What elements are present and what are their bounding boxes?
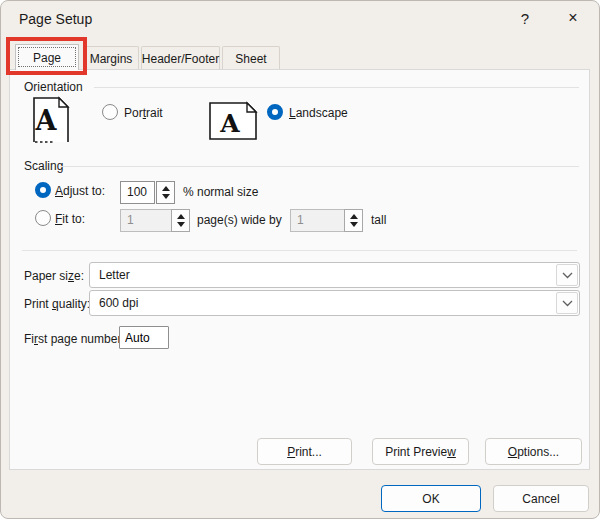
chevron-down-icon — [562, 300, 573, 307]
print-preview-button[interactable]: Print Preview — [372, 438, 469, 465]
cancel-button[interactable]: Cancel — [493, 485, 589, 512]
fit-to-radio[interactable] — [35, 210, 51, 226]
portrait-radio[interactable] — [102, 104, 118, 120]
tab-sheet-label: Sheet — [235, 52, 266, 66]
paper-size-dropdown-button[interactable] — [556, 264, 578, 286]
fit-tall-spinner[interactable] — [344, 209, 363, 232]
spinner-up-icon[interactable] — [177, 214, 185, 219]
tab-page[interactable]: Page — [15, 44, 79, 70]
paper-size-label: Paper size: — [24, 269, 84, 283]
first-page-number-input[interactable] — [119, 326, 169, 349]
print-quality-value: 600 dpi — [99, 296, 138, 310]
orientation-group-line — [94, 87, 579, 88]
adjust-percent-field[interactable]: 100 — [120, 181, 155, 204]
paper-size-combobox[interactable]: Letter — [89, 262, 580, 288]
options-button[interactable]: Options... — [485, 438, 582, 465]
tab-header-footer[interactable]: Header/Footer — [141, 46, 220, 70]
tab-sheet[interactable]: Sheet — [222, 46, 280, 70]
portrait-radio-label[interactable]: Portrait — [124, 106, 163, 120]
landscape-radio[interactable] — [267, 104, 283, 120]
tab-margins-label: Margins — [90, 52, 133, 66]
landscape-page-icon: A — [208, 101, 258, 141]
fit-to-label[interactable]: Fit to: — [55, 212, 85, 226]
print-quality-combobox[interactable]: 600 dpi — [89, 290, 580, 316]
chevron-down-icon — [562, 272, 573, 279]
adjust-suffix-label: % normal size — [183, 185, 258, 199]
adjust-to-radio[interactable] — [35, 182, 51, 198]
ok-button[interactable]: OK — [381, 485, 481, 512]
svg-text:A: A — [219, 109, 240, 138]
scaling-group-line — [60, 166, 579, 167]
adjust-to-label[interactable]: Adjust to: — [55, 184, 105, 198]
tab-header-footer-label: Header/Footer — [142, 52, 219, 66]
close-button[interactable]: × — [553, 1, 593, 35]
svg-text:A: A — [35, 105, 58, 136]
section-separator-line — [22, 250, 577, 251]
spinner-down-icon[interactable] — [350, 222, 358, 227]
print-quality-dropdown-button[interactable] — [556, 292, 578, 314]
spinner-up-icon[interactable] — [350, 214, 358, 219]
tab-page-label: Page — [33, 51, 61, 65]
fit-middle-label: page(s) wide by — [197, 213, 282, 227]
window-title: Page Setup — [19, 1, 92, 37]
spinner-up-icon[interactable] — [162, 186, 170, 191]
portrait-page-icon: A — [32, 96, 70, 144]
title-bar: Page Setup ? × — [1, 1, 599, 37]
landscape-radio-label[interactable]: Landscape — [289, 106, 348, 120]
fit-suffix-label: tall — [371, 213, 386, 227]
print-button[interactable]: Print... — [257, 438, 352, 465]
help-button[interactable]: ? — [505, 1, 545, 35]
scaling-group-label: Scaling — [24, 159, 63, 173]
page-setup-dialog: Page Setup ? × Page Margins Header/Foote… — [0, 0, 600, 519]
paper-size-value: Letter — [99, 268, 130, 282]
tab-margins[interactable]: Margins — [83, 46, 139, 70]
first-page-number-label: First page number: — [24, 332, 125, 346]
orientation-group-label: Orientation — [24, 80, 83, 94]
print-quality-label: Print quality: — [24, 297, 90, 311]
help-icon: ? — [521, 10, 529, 27]
spinner-down-icon[interactable] — [177, 222, 185, 227]
adjust-percent-spinner[interactable] — [156, 181, 175, 204]
spinner-down-icon[interactable] — [162, 194, 170, 199]
close-icon: × — [568, 9, 577, 27]
fit-wide-spinner[interactable] — [171, 209, 190, 232]
page-tab-panel: Orientation A Portrait A Landscape Scali… — [9, 69, 590, 470]
